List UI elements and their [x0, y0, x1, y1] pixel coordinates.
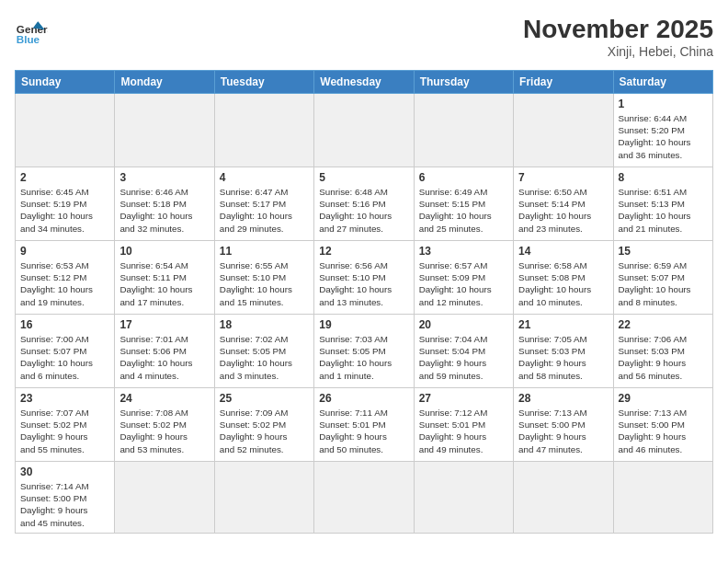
calendar-cell: 6Sunrise: 6:49 AMSunset: 5:15 PMDaylight…: [414, 167, 513, 241]
day-info: Sunrise: 7:14 AMSunset: 5:00 PMDaylight:…: [20, 480, 109, 529]
calendar-week-3: 9Sunrise: 6:53 AMSunset: 5:12 PMDaylight…: [16, 241, 713, 315]
weekday-header-wednesday: Wednesday: [314, 71, 414, 94]
day-info: Sunrise: 7:08 AMSunset: 5:02 PMDaylight:…: [119, 407, 209, 455]
day-info: Sunrise: 7:13 AMSunset: 5:00 PMDaylight:…: [619, 407, 708, 455]
calendar-cell: 29Sunrise: 7:13 AMSunset: 5:00 PMDayligh…: [613, 388, 712, 462]
day-info: Sunrise: 6:48 AMSunset: 5:16 PMDaylight:…: [319, 186, 408, 235]
page-header: General Blue November 2025 Xinji, Hebei,…: [15, 15, 713, 59]
calendar-cell: [514, 94, 613, 167]
day-number: 8: [619, 171, 708, 184]
logo-icon: General Blue: [15, 15, 48, 48]
calendar-cell: [613, 462, 712, 534]
calendar-cell: 23Sunrise: 7:07 AMSunset: 5:02 PMDayligh…: [16, 388, 115, 462]
day-number: 20: [419, 318, 508, 331]
day-info: Sunrise: 6:55 AMSunset: 5:10 PMDaylight:…: [220, 259, 309, 308]
day-number: 4: [220, 171, 309, 184]
weekday-header-saturday: Saturday: [613, 71, 712, 94]
calendar-cell: 27Sunrise: 7:12 AMSunset: 5:01 PMDayligh…: [414, 388, 513, 462]
day-number: 2: [20, 171, 109, 184]
day-number: 16: [20, 318, 109, 331]
day-info: Sunrise: 7:06 AMSunset: 5:03 PMDaylight:…: [619, 333, 708, 382]
day-info: Sunrise: 7:07 AMSunset: 5:02 PMDaylight:…: [20, 407, 109, 455]
day-number: 14: [518, 245, 608, 258]
weekday-header-friday: Friday: [514, 71, 613, 94]
day-info: Sunrise: 7:04 AMSunset: 5:04 PMDaylight:…: [419, 333, 508, 382]
day-number: 24: [119, 392, 209, 405]
calendar-week-4: 16Sunrise: 7:00 AMSunset: 5:07 PMDayligh…: [16, 315, 713, 388]
day-number: 30: [20, 465, 109, 478]
weekday-header-row: SundayMondayTuesdayWednesdayThursdayFrid…: [16, 71, 713, 94]
calendar-cell: [115, 462, 214, 534]
day-number: 13: [419, 245, 508, 258]
day-number: 18: [220, 318, 309, 331]
calendar-cell: [115, 94, 214, 167]
calendar-cell: 21Sunrise: 7:05 AMSunset: 5:03 PMDayligh…: [514, 315, 613, 388]
month-title: November 2025: [523, 15, 713, 44]
calendar-cell: 12Sunrise: 6:56 AMSunset: 5:10 PMDayligh…: [314, 241, 414, 315]
calendar-cell: 2Sunrise: 6:45 AMSunset: 5:19 PMDaylight…: [16, 167, 115, 241]
day-number: 17: [119, 318, 209, 331]
calendar-cell: 8Sunrise: 6:51 AMSunset: 5:13 PMDaylight…: [613, 167, 712, 241]
calendar-week-1: 1Sunrise: 6:44 AMSunset: 5:20 PMDaylight…: [16, 94, 713, 167]
day-info: Sunrise: 6:54 AMSunset: 5:11 PMDaylight:…: [119, 259, 209, 308]
day-number: 25: [220, 392, 309, 405]
calendar-week-2: 2Sunrise: 6:45 AMSunset: 5:19 PMDaylight…: [16, 167, 713, 241]
day-info: Sunrise: 7:02 AMSunset: 5:05 PMDaylight:…: [220, 333, 309, 382]
day-info: Sunrise: 6:59 AMSunset: 5:07 PMDaylight:…: [619, 259, 708, 308]
day-info: Sunrise: 6:46 AMSunset: 5:18 PMDaylight:…: [119, 186, 209, 235]
calendar-cell: 24Sunrise: 7:08 AMSunset: 5:02 PMDayligh…: [115, 388, 214, 462]
title-block: November 2025 Xinji, Hebei, China: [523, 15, 713, 59]
calendar-cell: [514, 462, 613, 534]
calendar-cell: 4Sunrise: 6:47 AMSunset: 5:17 PMDaylight…: [214, 167, 313, 241]
calendar-cell: [16, 94, 115, 167]
calendar-cell: 13Sunrise: 6:57 AMSunset: 5:09 PMDayligh…: [414, 241, 513, 315]
day-info: Sunrise: 6:53 AMSunset: 5:12 PMDaylight:…: [20, 259, 109, 308]
calendar-cell: 22Sunrise: 7:06 AMSunset: 5:03 PMDayligh…: [613, 315, 712, 388]
day-number: 22: [619, 318, 708, 331]
calendar-cell: 19Sunrise: 7:03 AMSunset: 5:05 PMDayligh…: [314, 315, 414, 388]
day-info: Sunrise: 6:49 AMSunset: 5:15 PMDaylight:…: [419, 186, 508, 235]
calendar-cell: 5Sunrise: 6:48 AMSunset: 5:16 PMDaylight…: [314, 167, 414, 241]
day-number: 28: [518, 392, 608, 405]
calendar-cell: 7Sunrise: 6:50 AMSunset: 5:14 PMDaylight…: [514, 167, 613, 241]
calendar-table: SundayMondayTuesdayWednesdayThursdayFrid…: [15, 70, 713, 534]
logo: General Blue: [15, 15, 48, 48]
day-info: Sunrise: 7:09 AMSunset: 5:02 PMDaylight:…: [220, 407, 309, 455]
location: Xinji, Hebei, China: [523, 44, 713, 59]
day-info: Sunrise: 6:50 AMSunset: 5:14 PMDaylight:…: [518, 186, 608, 235]
day-info: Sunrise: 6:44 AMSunset: 5:20 PMDaylight:…: [619, 112, 708, 161]
calendar-week-5: 23Sunrise: 7:07 AMSunset: 5:02 PMDayligh…: [16, 388, 713, 462]
calendar-cell: 26Sunrise: 7:11 AMSunset: 5:01 PMDayligh…: [314, 388, 414, 462]
day-info: Sunrise: 6:51 AMSunset: 5:13 PMDaylight:…: [619, 186, 708, 235]
calendar-cell: [314, 94, 414, 167]
calendar-cell: 25Sunrise: 7:09 AMSunset: 5:02 PMDayligh…: [214, 388, 313, 462]
calendar-cell: 17Sunrise: 7:01 AMSunset: 5:06 PMDayligh…: [115, 315, 214, 388]
day-number: 11: [220, 245, 309, 258]
day-info: Sunrise: 7:13 AMSunset: 5:00 PMDaylight:…: [518, 407, 608, 455]
day-number: 6: [419, 171, 508, 184]
calendar-cell: 11Sunrise: 6:55 AMSunset: 5:10 PMDayligh…: [214, 241, 313, 315]
calendar-cell: [414, 94, 513, 167]
weekday-header-tuesday: Tuesday: [214, 71, 313, 94]
day-number: 15: [619, 245, 708, 258]
day-number: 9: [20, 245, 109, 258]
day-number: 26: [319, 392, 408, 405]
day-number: 7: [518, 171, 608, 184]
calendar-cell: 18Sunrise: 7:02 AMSunset: 5:05 PMDayligh…: [214, 315, 313, 388]
day-info: Sunrise: 7:11 AMSunset: 5:01 PMDaylight:…: [319, 407, 408, 455]
weekday-header-thursday: Thursday: [414, 71, 513, 94]
day-info: Sunrise: 7:05 AMSunset: 5:03 PMDaylight:…: [518, 333, 608, 382]
day-number: 1: [619, 98, 708, 110]
calendar-cell: 14Sunrise: 6:58 AMSunset: 5:08 PMDayligh…: [514, 241, 613, 315]
day-number: 12: [319, 245, 408, 258]
day-info: Sunrise: 7:12 AMSunset: 5:01 PMDaylight:…: [419, 407, 508, 455]
svg-text:Blue: Blue: [17, 33, 40, 45]
day-info: Sunrise: 6:45 AMSunset: 5:19 PMDaylight:…: [20, 186, 109, 235]
calendar-cell: 30Sunrise: 7:14 AMSunset: 5:00 PMDayligh…: [16, 462, 115, 534]
calendar-cell: 20Sunrise: 7:04 AMSunset: 5:04 PMDayligh…: [414, 315, 513, 388]
day-info: Sunrise: 7:01 AMSunset: 5:06 PMDaylight:…: [119, 333, 209, 382]
calendar-cell: 1Sunrise: 6:44 AMSunset: 5:20 PMDaylight…: [613, 94, 712, 167]
day-number: 27: [419, 392, 508, 405]
day-number: 10: [119, 245, 209, 258]
day-info: Sunrise: 7:03 AMSunset: 5:05 PMDaylight:…: [319, 333, 408, 382]
